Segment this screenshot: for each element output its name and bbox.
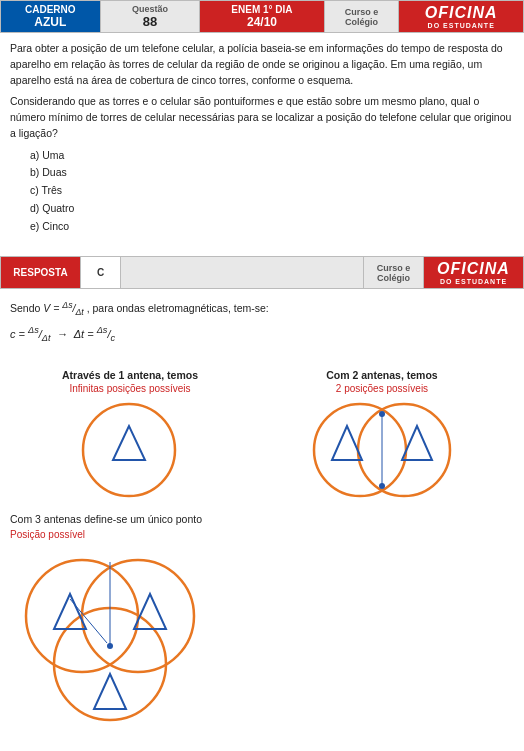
list-item: d) Quatro — [30, 201, 514, 217]
enem-date: 24/10 — [206, 15, 318, 29]
diagram-2-antennas: Com 2 antenas, temos 2 posições possívei… — [302, 361, 462, 503]
section2-title: Com 2 antenas, temos — [326, 369, 437, 381]
answer-logo-cell: OFICINA DO ESTUDANTE — [424, 257, 524, 289]
svg-point-2 — [314, 404, 406, 496]
diagram1-svg — [77, 398, 182, 503]
questao-label: Questão — [107, 4, 194, 14]
diagram-3-section: Com 3 antenas define-se um único ponto P… — [0, 513, 524, 746]
answer-logo-sub: DO ESTUDANTE — [430, 278, 517, 285]
enem-cell: ENEM 1° DIA 24/10 — [200, 1, 325, 33]
answer-header-table: RESPOSTA C Curso e Colégio OFICINA DO ES… — [0, 256, 524, 289]
diagram-1-antenna: Através de 1 antena, temos Infinitas pos… — [62, 361, 198, 503]
questao-value: 88 — [107, 14, 194, 29]
svg-marker-1 — [113, 426, 145, 460]
question-text2: Considerando que as torres e o celular s… — [10, 94, 514, 141]
formula1: c = Δs/Δt → Δt = Δs/c — [10, 323, 514, 346]
caderno-value: AZUL — [7, 15, 94, 29]
header-table: CADERNO AZUL Questão 88 ENEM 1° DIA 24/1… — [0, 0, 524, 33]
answer-value: C — [81, 257, 121, 289]
enem-label: ENEM 1° DIA — [206, 4, 318, 15]
section2-sub: 2 posições possíveis — [336, 383, 428, 394]
curso-label: Curso e — [331, 7, 393, 17]
question-text1: Para obter a posição de um telefone celu… — [10, 41, 514, 88]
list-item: e) Cinco — [30, 219, 514, 235]
list-item: c) Três — [30, 183, 514, 199]
questao-cell: Questão 88 — [100, 1, 200, 33]
solution-body: Sendo V = Δs/Δt , para ondas eletromagné… — [0, 289, 524, 357]
svg-point-3 — [358, 404, 450, 496]
answer-spacer — [121, 257, 364, 289]
diagram2-svg — [302, 398, 462, 503]
answer-label: RESPOSTA — [1, 257, 81, 289]
colegio-label: Colégio — [331, 17, 393, 27]
logo-sub: DO ESTUDANTE — [405, 22, 517, 29]
options-list: a) Uma b) Duas c) Três d) Quatro e) Cinc… — [10, 148, 514, 235]
section1-sub: Infinitas posições possíveis — [69, 383, 190, 394]
logo-cell: OFICINA DO ESTUDANTE — [399, 1, 524, 33]
list-item: b) Duas — [30, 165, 514, 181]
svg-marker-14 — [94, 674, 126, 709]
diagrams-row-1: Através de 1 antena, temos Infinitas pos… — [0, 361, 524, 503]
logo-main: OFICINA — [405, 4, 517, 22]
curso-cell: Curso e Colégio — [324, 1, 399, 33]
question-body: Para obter a posição de um telefone celu… — [0, 33, 524, 244]
caderno-label-text: CADERNO — [7, 4, 94, 15]
answer-logo-main: OFICINA — [430, 260, 517, 278]
section3-sub: Posição possível — [10, 529, 514, 540]
answer-curso-cell: Curso e Colégio — [364, 257, 424, 289]
diagram3-svg — [10, 544, 210, 744]
svg-point-0 — [83, 404, 175, 496]
section1-title: Através de 1 antena, temos — [62, 369, 198, 381]
formula-intro: Sendo V = Δs/Δt , para ondas eletromagné… — [10, 297, 514, 319]
list-item: a) Uma — [30, 148, 514, 164]
section3-title: Com 3 antenas define-se um único ponto — [10, 513, 514, 525]
caderno-label: CADERNO AZUL — [1, 1, 101, 33]
